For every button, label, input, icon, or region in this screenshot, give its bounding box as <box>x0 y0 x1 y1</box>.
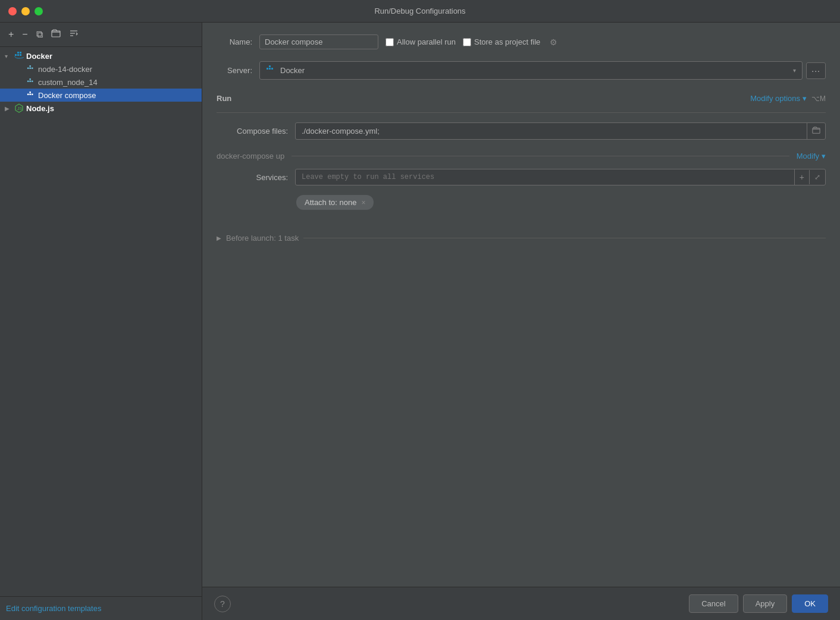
footer: ? Cancel Apply OK <box>202 587 840 620</box>
before-launch-section: ▶ Before launch: 1 task <box>217 234 826 243</box>
svg-rect-10 <box>29 67 31 69</box>
services-add-button[interactable]: + <box>794 169 809 185</box>
server-select-wrapper: Docker ▾ ··· <box>259 61 826 80</box>
svg-rect-19 <box>32 93 33 95</box>
compose-up-line <box>292 156 789 156</box>
server-dropdown[interactable]: Docker ▾ <box>259 61 803 80</box>
window-title: Run/Debug Configurations <box>374 7 465 15</box>
edit-configuration-templates-link[interactable]: Edit configuration templates <box>6 604 101 613</box>
name-row: Name: Allow parallel run Store as projec… <box>217 34 826 49</box>
gear-icon[interactable]: ⚙ <box>550 37 557 47</box>
sidebar-item-docker-group[interactable]: ▾ Docker <box>0 49 202 62</box>
svg-rect-18 <box>29 93 31 95</box>
services-expand-button[interactable]: ⤢ <box>809 170 825 184</box>
footer-left: ? <box>214 596 231 612</box>
services-row: Services: + ⤢ <box>217 169 826 185</box>
compose-up-header: docker-compose up Modify ▾ <box>217 152 826 160</box>
maximize-button[interactable] <box>35 7 43 15</box>
before-launch-toggle[interactable]: ▶ <box>217 235 221 241</box>
modify-options-link[interactable]: Modify options ▾ <box>750 94 807 103</box>
services-input[interactable] <box>296 170 794 184</box>
help-button[interactable]: ? <box>214 596 231 612</box>
server-label: Server: <box>217 66 252 75</box>
nodejs-group-label: Node.js <box>26 104 54 113</box>
svg-rect-4 <box>15 54 17 56</box>
sidebar-item-nodejs-group[interactable]: ▶ JS Node.js <box>0 102 202 115</box>
svg-rect-16 <box>29 78 31 80</box>
nodejs-group-icon: JS <box>14 103 24 113</box>
node14-docker-icon <box>26 64 36 74</box>
docker-compose-icon <box>26 90 36 100</box>
sidebar-toolbar: + − ⧉ <box>0 23 202 47</box>
attach-badge: Attach to: none × <box>296 195 374 210</box>
copy-config-button[interactable]: ⧉ <box>34 28 45 41</box>
docker-group-arrow: ▾ <box>5 53 12 59</box>
add-config-button[interactable]: + <box>6 28 16 41</box>
sidebar-tree: ▾ Docker <box>0 47 202 596</box>
minimize-button[interactable] <box>21 7 30 15</box>
compose-files-label: Compose files: <box>217 127 288 136</box>
ok-button[interactable]: OK <box>792 594 828 613</box>
modify-link[interactable]: Modify ▾ <box>797 152 826 160</box>
shortcut-hint: ⌥M <box>811 95 826 103</box>
docker-compose-label: Docker compose <box>38 91 96 100</box>
server-row: Server: Docker ▾ <box>217 61 826 80</box>
svg-rect-20 <box>29 92 31 93</box>
server-dropdown-arrow: ▾ <box>793 67 796 74</box>
svg-rect-14 <box>29 80 31 82</box>
config-area: Name: Allow parallel run Store as projec… <box>202 23 840 587</box>
run-section-header: Run Modify options ▾ ⌥M <box>217 94 826 103</box>
close-button[interactable] <box>8 7 17 15</box>
svg-rect-12 <box>29 65 31 67</box>
window-controls[interactable] <box>8 7 43 15</box>
name-input[interactable] <box>259 34 378 49</box>
run-section-title: Run <box>217 94 231 103</box>
svg-rect-25 <box>271 68 273 70</box>
svg-rect-13 <box>27 80 29 82</box>
docker-group-icon <box>14 51 24 61</box>
sidebar-footer: Edit configuration templates <box>0 596 202 620</box>
apply-button[interactable]: Apply <box>743 594 788 613</box>
sort-config-button[interactable] <box>67 27 81 42</box>
svg-rect-8 <box>20 52 21 53</box>
svg-rect-15 <box>32 80 33 82</box>
services-input-wrapper: + ⤢ <box>295 169 826 185</box>
store-as-project-label[interactable]: Store as project file <box>463 37 540 46</box>
store-as-project-checkbox[interactable] <box>463 38 471 46</box>
svg-text:JS: JS <box>17 106 23 111</box>
compose-files-input-wrapper <box>295 122 826 140</box>
svg-rect-6 <box>20 54 21 56</box>
compose-files-row: Compose files: <box>217 122 826 140</box>
docker-group-label: Docker <box>26 52 52 61</box>
custom-node14-label: custom_node_14 <box>38 78 98 87</box>
name-label: Name: <box>217 37 252 46</box>
svg-rect-9 <box>27 67 29 69</box>
cancel-button[interactable]: Cancel <box>689 594 738 613</box>
sidebar: + − ⧉ ▾ <box>0 23 202 620</box>
server-more-button[interactable]: ··· <box>806 62 826 79</box>
allow-parallel-checkbox[interactable] <box>385 38 394 46</box>
remove-config-button[interactable]: − <box>20 28 30 41</box>
custom-node14-icon <box>26 77 36 87</box>
svg-rect-5 <box>17 54 19 56</box>
sidebar-item-custom-node14[interactable]: custom_node_14 <box>0 75 202 89</box>
attach-close-button[interactable]: × <box>361 199 365 207</box>
server-value: Docker <box>280 66 305 75</box>
nodejs-group-arrow: ▶ <box>5 105 12 112</box>
docker-server-icon <box>266 65 275 76</box>
folder-config-button[interactable] <box>49 27 63 42</box>
main-container: + − ⧉ ▾ <box>0 23 840 620</box>
allow-parallel-label[interactable]: Allow parallel run <box>385 37 456 46</box>
compose-up-label: docker-compose up <box>217 152 284 160</box>
run-section-divider <box>217 112 826 113</box>
node14-docker-label: node-14-docker <box>38 65 92 74</box>
sidebar-item-docker-compose[interactable]: Docker compose <box>0 89 202 102</box>
compose-files-browse-button[interactable] <box>807 123 825 139</box>
svg-rect-26 <box>269 65 271 67</box>
before-launch-label: Before launch: 1 task <box>226 234 299 243</box>
services-label: Services: <box>217 173 288 182</box>
sidebar-item-node14-docker[interactable]: node-14-docker <box>0 62 202 75</box>
before-launch-line <box>303 238 826 238</box>
compose-files-input[interactable] <box>296 124 807 139</box>
svg-rect-17 <box>27 93 29 95</box>
